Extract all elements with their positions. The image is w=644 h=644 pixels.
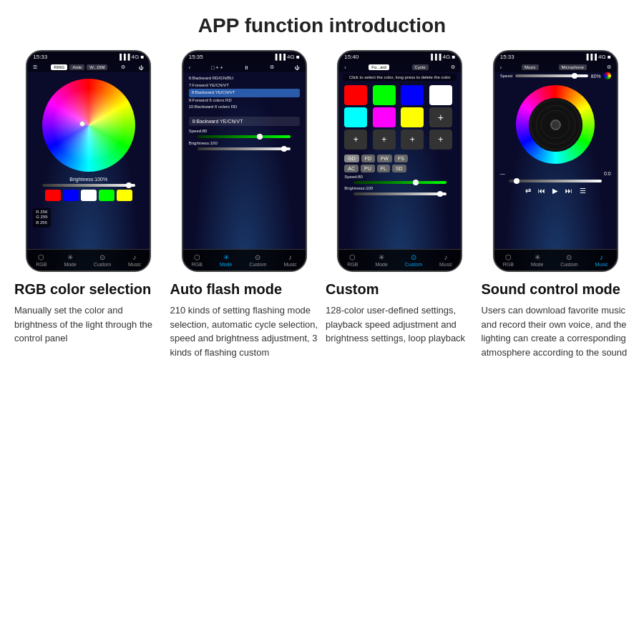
gear-icon-rgb[interactable]: ⚙	[121, 64, 125, 70]
grid-empty-4[interactable]: +	[429, 130, 452, 150]
grid-empty-2[interactable]: +	[373, 130, 396, 150]
grid-swatch-magenta[interactable]	[373, 107, 396, 127]
tab-forward-custom[interactable]: Fo...ard	[369, 64, 389, 70]
nav-mode-custom[interactable]: ✳ Mode	[375, 253, 388, 267]
custom-nav-icon-mode: ⊙	[255, 253, 260, 261]
tab-music[interactable]: Music	[522, 64, 539, 70]
top-nav-mode[interactable]: ‹ □ + + ⏸ ⚙ ⏻	[183, 62, 306, 72]
prev-icon[interactable]: ⏮	[538, 187, 545, 195]
power-icon-rgb[interactable]: ⏻	[139, 65, 144, 70]
phone-music: 15:33 ▐▐▐ 4G ■ ‹ Music Microphone ⚙ Spee…	[493, 50, 618, 272]
custom-nav-icon: ⊙	[99, 253, 105, 261]
nav-custom-custom[interactable]: ⊙ Custom	[405, 253, 422, 267]
time-custom: 15:40	[344, 54, 358, 60]
custom-nav-icon-music: ⊙	[566, 253, 572, 261]
swatch-green[interactable]	[99, 190, 114, 201]
mode-btn-fs[interactable]: FS	[394, 155, 408, 162]
grid-swatch-red[interactable]	[344, 85, 367, 105]
nav-rgb-mode[interactable]: ⬡ RGB	[192, 253, 203, 267]
time-rgb: 15:33	[33, 54, 47, 60]
nav-rgb[interactable]: ⬡ RGB	[36, 253, 47, 267]
feature-desc-music: Users can download favorite music and re…	[482, 303, 630, 359]
color-grid: + + + + +	[338, 82, 461, 152]
power-icon-mode[interactable]: ⏻	[295, 65, 300, 70]
top-nav-custom[interactable]: ‹ Fo...ard Cycle ⚙	[338, 62, 461, 72]
status-bar-custom: 15:40 ▐▐▐ 4G ■	[338, 52, 461, 62]
feature-desc-rgb: Manually set the color and brightness of…	[14, 303, 163, 346]
grid-plus[interactable]: +	[429, 107, 452, 127]
mode-nav-icon-mode: ✳	[223, 253, 229, 261]
nav-music-custom[interactable]: ♪ Music	[439, 253, 452, 267]
list-icon[interactable]: ☰	[580, 187, 586, 195]
nav-mode-mode[interactable]: ✳ Mode	[220, 253, 233, 267]
nav-mode-music[interactable]: ✳ Mode	[531, 253, 544, 267]
progress-slider[interactable]	[509, 180, 602, 182]
mode-btn-fw[interactable]: FW	[377, 155, 392, 162]
nav-custom-music[interactable]: ⊙ Custom	[560, 253, 577, 267]
nav-rgb-music[interactable]: ⬡ RGB	[503, 253, 514, 267]
grid-empty-3[interactable]: +	[401, 130, 424, 150]
tab-aisle[interactable]: Aisle	[69, 64, 84, 70]
brightness-slider-mode[interactable]	[197, 147, 291, 150]
brightness-slider-custom[interactable]	[353, 192, 447, 195]
music-nav-label-custom: Music	[439, 262, 452, 267]
mode-item-5[interactable]: 10:Backward 6 colors RD	[189, 104, 300, 111]
grid-empty-1[interactable]: +	[344, 130, 367, 150]
speed-slider-custom[interactable]	[353, 181, 447, 184]
nav-mode[interactable]: ✳ Mode	[64, 253, 77, 267]
top-nav-rgb[interactable]: ☰ RING Aisle W...DIM ⚙ ⏻	[27, 62, 150, 72]
back-icon-custom[interactable]: ‹	[344, 65, 346, 70]
mode-item-3-selected[interactable]: 8:Backward YE/CN/VT	[189, 89, 300, 97]
grid-swatch-cyan[interactable]	[344, 107, 367, 127]
gear-icon-music[interactable]: ⚙	[607, 64, 611, 70]
swatch-yellow[interactable]	[117, 190, 132, 201]
back-icon-music[interactable]: ‹	[500, 65, 502, 70]
top-nav-music[interactable]: ‹ Music Microphone ⚙	[494, 62, 617, 72]
grid-swatch-yellow[interactable]	[401, 107, 424, 127]
music-nav-icon-custom: ♪	[444, 253, 448, 261]
next-icon[interactable]: ⏭	[565, 187, 572, 195]
nav-custom[interactable]: ⊙ Custom	[94, 253, 111, 267]
nav-music[interactable]: ♪ Music	[128, 253, 141, 267]
gear-icon-custom[interactable]: ⚙	[451, 64, 455, 70]
tab-microphone[interactable]: Microphone	[559, 64, 587, 70]
nav-music-music[interactable]: ♪ Music	[595, 253, 608, 267]
speed-slider-music[interactable]	[515, 74, 588, 77]
tab-cycle-custom[interactable]: Cycle	[412, 64, 429, 70]
color-wheel[interactable]	[42, 79, 135, 172]
swatch-white[interactable]	[81, 190, 97, 201]
rgb-values: R 256G 255B 255	[33, 208, 50, 228]
tab-dim[interactable]: W...DIM	[87, 64, 107, 70]
notification-custom: Click to select the color, long press to…	[343, 74, 457, 81]
nav-rgb-custom[interactable]: ⬡ RGB	[347, 253, 358, 267]
mode-btn-fl[interactable]: FL	[377, 165, 390, 172]
shuffle-icon[interactable]: ⇄	[525, 187, 531, 195]
mode-item-2[interactable]: 7:Forward YE/CN/VT	[189, 82, 300, 89]
mode-btn-pu[interactable]: PU	[361, 165, 375, 172]
swatch-blue[interactable]	[63, 190, 79, 201]
mode-btn-ac[interactable]: AC	[344, 165, 358, 172]
tab-ring[interactable]: RING	[51, 64, 67, 70]
mode-btn-gd[interactable]: GD	[344, 155, 359, 162]
mode-item-1[interactable]: 6:Backward RD/GN/BU	[189, 75, 300, 82]
nav-music-mode[interactable]: ♪ Music	[283, 253, 296, 267]
gear-icon-mode[interactable]: ⚙	[270, 64, 274, 70]
phone-custom-inner: 15:40 ▐▐▐ 4G ■ ‹ Fo...ard Cycle ⚙ Click …	[338, 52, 461, 270]
bottom-nav-custom: ⬡ RGB ✳ Mode ⊙ Custom ♪	[338, 249, 461, 270]
swatch-red[interactable]	[45, 190, 61, 201]
feature-title-custom: Custom	[326, 280, 474, 298]
pause-icon-mode[interactable]: ⏸	[244, 65, 249, 70]
nav-custom-mode[interactable]: ⊙ Custom	[249, 253, 266, 267]
grid-swatch-white[interactable]	[429, 85, 452, 105]
mode-item-4[interactable]: 9:Forward 6 colors RD	[189, 97, 300, 104]
grid-swatch-blue[interactable]	[401, 85, 424, 105]
menu-icon-rgb[interactable]: ☰	[33, 64, 37, 70]
brightness-slider[interactable]	[42, 184, 135, 187]
speed-slider-mode[interactable]	[197, 135, 291, 138]
grid-swatch-green[interactable]	[373, 85, 396, 105]
back-icon-mode[interactable]: ‹	[189, 65, 190, 70]
feature-title-mode: Auto flash mode	[170, 280, 319, 298]
play-icon[interactable]: ▶	[552, 187, 558, 195]
mode-btn-fd[interactable]: FD	[361, 155, 375, 162]
mode-btn-sd[interactable]: SD	[392, 165, 406, 172]
